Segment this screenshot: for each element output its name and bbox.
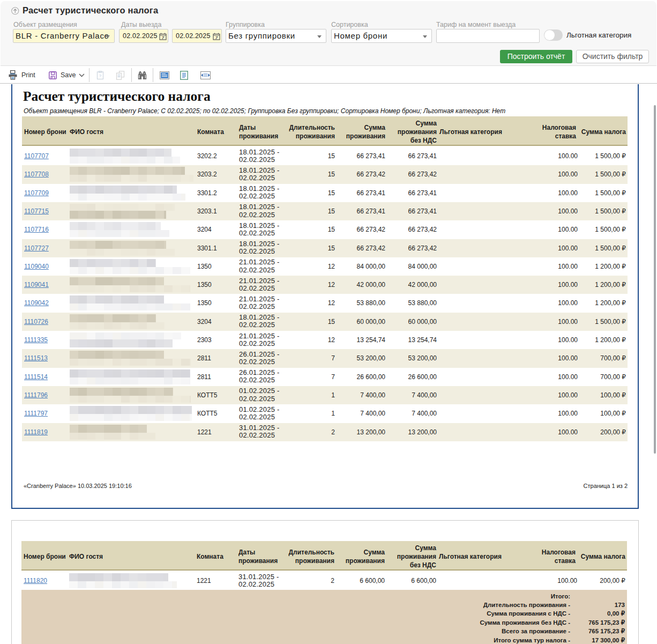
svg-text:7: 7 xyxy=(215,35,218,40)
svg-text:7: 7 xyxy=(162,35,165,40)
svg-text:?: ? xyxy=(99,73,102,78)
